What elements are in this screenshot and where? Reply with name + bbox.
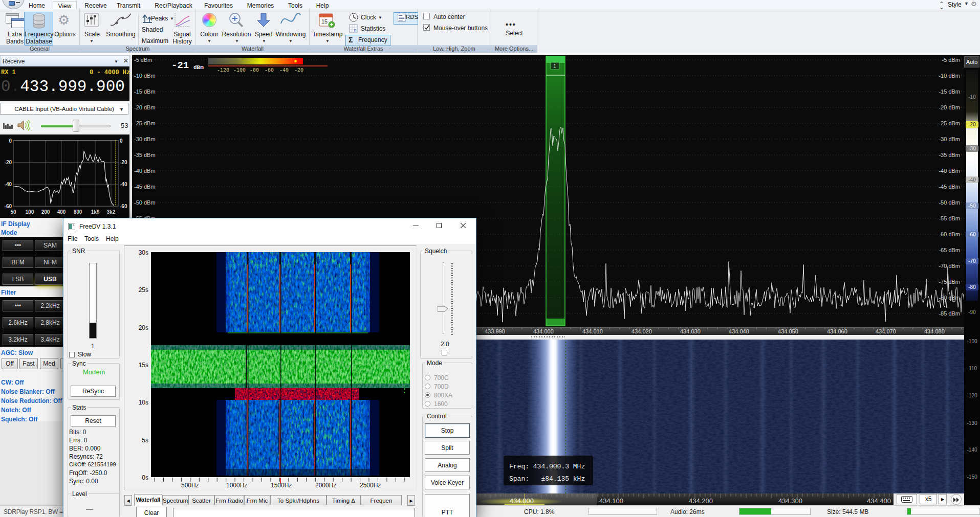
svg-text:-40: -40	[5, 182, 12, 187]
svg-text:15: 15	[321, 18, 328, 25]
svg-text:400: 400	[57, 209, 66, 215]
svg-text:-60: -60	[5, 204, 12, 209]
svg-text:50: 50	[10, 209, 16, 215]
svg-text:1k6: 1k6	[91, 209, 100, 215]
svg-text:-60: -60	[120, 204, 127, 209]
svg-text:800: 800	[74, 209, 82, 215]
svg-text:1: 1	[553, 63, 556, 69]
svg-text:3k2: 3k2	[107, 209, 116, 215]
svg-text:200: 200	[41, 209, 50, 215]
svg-text:-40: -40	[120, 182, 127, 187]
svg-text:0: 0	[9, 138, 12, 144]
svg-text:0: 0	[120, 138, 123, 144]
svg-text:100: 100	[26, 209, 34, 215]
svg-text:9: 9	[354, 28, 356, 33]
svg-text:-20: -20	[120, 160, 127, 165]
svg-text:-20: -20	[5, 160, 12, 165]
